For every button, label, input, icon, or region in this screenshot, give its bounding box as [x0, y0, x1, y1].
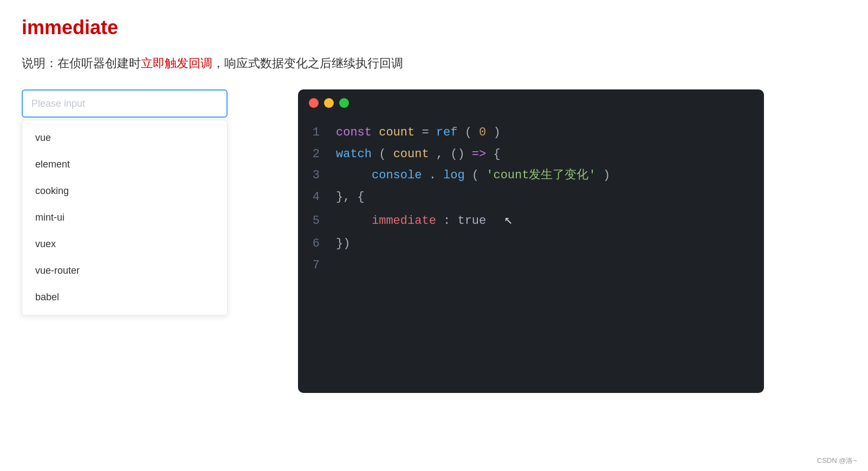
- code-line-3: 3 console . log ( 'count发生了变化' ): [309, 165, 753, 186]
- dropdown-item-vuex[interactable]: vuex: [22, 231, 227, 257]
- watermark: CSDN @洛~: [817, 456, 857, 466]
- window-dot-red: [309, 98, 319, 108]
- code-content-5: immediate : true ↖: [336, 208, 513, 233]
- window-dot-yellow: [324, 98, 334, 108]
- code-line-5: 5 immediate : true ↖: [309, 208, 753, 233]
- code-window: 1 const count = ref ( 0 ) 2 watch: [298, 89, 764, 393]
- main-content: vue element cooking mint-ui vuex vue-rou…: [22, 89, 846, 393]
- input-wrapper: [22, 89, 255, 118]
- line-num-1: 1: [309, 122, 320, 144]
- line-num-5: 5: [309, 210, 320, 232]
- code-line-4: 4 }, {: [309, 186, 753, 208]
- code-content-4: }, {: [336, 186, 365, 208]
- code-content-2: watch ( count , () => {: [336, 144, 501, 165]
- code-line-6: 6 }): [309, 233, 753, 255]
- dropdown-item-element[interactable]: element: [22, 151, 227, 178]
- code-content-3: console . log ( 'count发生了变化' ): [336, 165, 610, 186]
- code-line-2: 2 watch ( count , () => {: [309, 144, 753, 165]
- right-panel: 1 const count = ref ( 0 ) 2 watch: [298, 89, 846, 393]
- description-highlight: 立即触发回调: [141, 56, 212, 70]
- search-input[interactable]: [22, 89, 228, 118]
- description-prefix: 说明：在侦听器创建时: [22, 56, 141, 70]
- code-content-6: }): [336, 233, 350, 255]
- description-text: 说明：在侦听器创建时立即触发回调，响应式数据变化之后继续执行回调: [22, 54, 846, 72]
- dropdown-item-vue-router[interactable]: vue-router: [22, 257, 227, 284]
- line-num-7: 7: [309, 255, 320, 276]
- code-content-7: [336, 255, 343, 276]
- dropdown-item-vue[interactable]: vue: [22, 125, 227, 151]
- code-body: 1 const count = ref ( 0 ) 2 watch: [298, 117, 764, 292]
- dropdown-item-babel[interactable]: babel: [22, 284, 227, 311]
- dropdown-item-mint-ui[interactable]: mint-ui: [22, 204, 227, 231]
- code-content-1: const count = ref ( 0 ): [336, 122, 501, 144]
- line-num-2: 2: [309, 144, 320, 165]
- line-num-4: 4: [309, 186, 320, 208]
- code-line-1: 1 const count = ref ( 0 ): [309, 122, 753, 144]
- left-panel: vue element cooking mint-ui vuex vue-rou…: [22, 89, 255, 315]
- line-num-6: 6: [309, 233, 320, 255]
- description-suffix: ，响应式数据变化之后继续执行回调: [212, 56, 403, 70]
- page-title: immediate: [22, 16, 846, 39]
- dropdown-item-cooking[interactable]: cooking: [22, 178, 227, 204]
- line-num-3: 3: [309, 165, 320, 186]
- dropdown-list: vue element cooking mint-ui vuex vue-rou…: [22, 120, 228, 315]
- window-controls: [298, 89, 764, 117]
- window-dot-green: [339, 98, 349, 108]
- code-line-7: 7: [309, 255, 753, 276]
- cursor-icon: ↖: [504, 208, 513, 233]
